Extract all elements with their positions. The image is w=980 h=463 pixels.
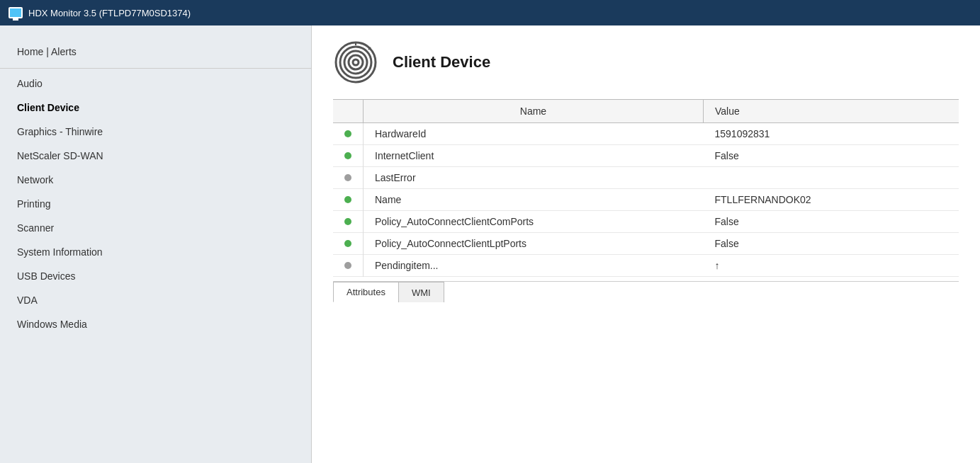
row-name: Pendingitem... (364, 255, 704, 277)
tab-attributes[interactable]: Attributes (333, 282, 398, 302)
row-value: ↑ (704, 255, 959, 277)
col-header-name: Name (364, 100, 704, 123)
title-text: HDX Monitor 3.5 (FTLPD77M0SD1374) (28, 8, 191, 18)
row-indicator (333, 167, 364, 189)
table-body: HardwareId1591092831InternetClientFalseL… (333, 123, 959, 277)
svg-point-4 (353, 59, 359, 65)
row-value: FTLLFERNANDOK02 (704, 189, 959, 211)
row-indicator (333, 255, 364, 277)
table-row: Policy_AutoConnectClientComPortsFalse (333, 211, 959, 233)
row-name: HardwareId (364, 123, 704, 145)
sidebar-item-scanner[interactable]: Scanner (0, 216, 311, 240)
sidebar-item-system-information[interactable]: System Information (0, 240, 311, 264)
sidebar-item-netscaler-sdwan[interactable]: NetScaler SD-WAN (0, 144, 311, 168)
sidebar-item-graphics-thinwire[interactable]: Graphics - Thinwire (0, 120, 311, 144)
table-row: InternetClientFalse (333, 145, 959, 167)
tab-wmi[interactable]: WMI (398, 282, 444, 302)
sidebar: Home | AlertsAudioClient DeviceGraphics … (0, 25, 312, 463)
sidebar-item-network[interactable]: Network (0, 168, 311, 192)
row-name: Policy_AutoConnectClientComPorts (364, 211, 704, 233)
table-row: Pendingitem...↑ (333, 255, 959, 277)
app-icon (9, 7, 23, 18)
row-indicator (333, 123, 364, 145)
row-value: False (704, 145, 959, 167)
table-row: LastError (333, 167, 959, 189)
row-value: 1591092831 (704, 123, 959, 145)
sidebar-item-home-alerts[interactable]: Home | Alerts (0, 40, 311, 64)
sidebar-item-vda[interactable]: VDA (0, 288, 311, 312)
sidebar-item-printing[interactable]: Printing (0, 192, 311, 216)
row-name: LastError (364, 167, 704, 189)
row-value: False (704, 211, 959, 233)
sidebar-item-audio[interactable]: Audio (0, 72, 311, 96)
page-header: Client Device (333, 40, 959, 85)
row-indicator (333, 211, 364, 233)
sidebar-item-client-device[interactable]: Client Device (0, 96, 311, 120)
client-device-icon (333, 40, 378, 85)
row-name: InternetClient (364, 145, 704, 167)
row-name: Policy_AutoConnectClientLptPorts (364, 233, 704, 255)
row-indicator (333, 189, 364, 211)
title-bar: HDX Monitor 3.5 (FTLPD77M0SD1374) (0, 0, 980, 25)
table-row: HardwareId1591092831 (333, 123, 959, 145)
table-row: NameFTLLFERNANDOK02 (333, 189, 959, 211)
row-name: Name (364, 189, 704, 211)
row-indicator (333, 145, 364, 167)
page-title: Client Device (393, 53, 490, 72)
data-table: Name Value HardwareId1591092831InternetC… (333, 99, 959, 277)
sidebar-item-windows-media[interactable]: Windows Media (0, 312, 311, 336)
row-value: False (704, 233, 959, 255)
svg-point-3 (349, 55, 363, 69)
tabs-bar: AttributesWMI (333, 281, 959, 302)
content-area: Client Device Name Value HardwareId15910… (312, 25, 980, 463)
table-row: Policy_AutoConnectClientLptPortsFalse (333, 233, 959, 255)
main-layout: Home | AlertsAudioClient DeviceGraphics … (0, 25, 980, 463)
col-header-icon (333, 100, 364, 123)
row-value (704, 167, 959, 189)
col-header-value: Value (704, 100, 959, 123)
sidebar-item-usb-devices[interactable]: USB Devices (0, 264, 311, 288)
row-indicator (333, 233, 364, 255)
